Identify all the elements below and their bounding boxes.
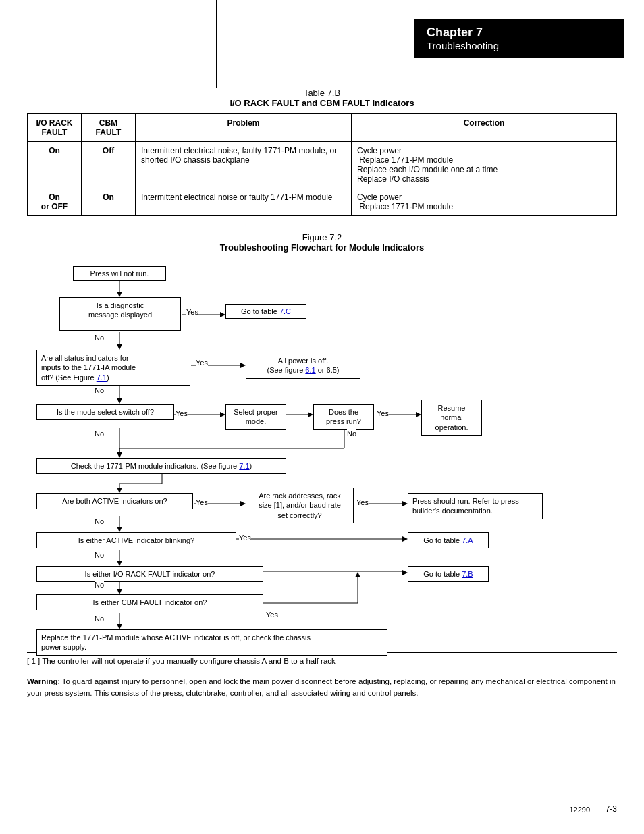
svg-marker-19 xyxy=(117,452,122,458)
row2-correction: Cycle power Replace 1771-PM module xyxy=(352,188,617,216)
svg-marker-26 xyxy=(240,501,246,506)
box-select-mode: Select propermode. xyxy=(225,404,286,430)
svg-marker-32 xyxy=(402,536,408,542)
figure-title-line1: Figure 7.2 xyxy=(27,232,617,242)
box-press-not-run: Press will not run. xyxy=(73,266,166,281)
label-no-diagnostic: No xyxy=(95,334,104,342)
box-diagnostic-q: Is a diagnosticmessage displayed xyxy=(59,297,181,331)
row1-cbm: Off xyxy=(82,142,136,188)
svg-marker-3 xyxy=(220,312,225,317)
fault-table: I/O RACKFAULT CBMFAULT Problem Correctio… xyxy=(27,113,617,216)
th-problem: Problem xyxy=(136,114,352,142)
chapter-number: Chapter 7 xyxy=(427,26,612,40)
figure-title: Figure 7.2 Troubleshooting Flowchart for… xyxy=(27,232,617,253)
box-go-7c: Go to table 7.C xyxy=(225,304,306,319)
row1-io: On xyxy=(28,142,82,188)
label-no-blinking: No xyxy=(95,551,104,559)
svg-marker-34 xyxy=(117,561,122,566)
table-row: Onor OFF On Intermittent electrical nois… xyxy=(28,188,617,216)
warning-label: Warning xyxy=(27,677,58,685)
svg-marker-15 xyxy=(416,412,421,417)
label-yes-status: Yes xyxy=(196,359,208,367)
row2-io: Onor OFF xyxy=(28,188,82,216)
box-resume-normal: Resumenormaloperation. xyxy=(421,400,482,436)
box-io-rack-fault-q: Is either I/O RACK FAULT indicator on? xyxy=(36,566,263,582)
label-yes-diagnostic: Yes xyxy=(186,308,198,316)
box-mode-switch-q: Is the mode select switch off? xyxy=(36,404,174,420)
svg-marker-30 xyxy=(117,527,122,532)
svg-marker-11 xyxy=(220,412,225,417)
th-io-rack: I/O RACKFAULT xyxy=(28,114,82,142)
table-title-line1: Table 7.B xyxy=(27,88,617,98)
label-yes-active-both: Yes xyxy=(196,498,208,506)
row1-problem: Intermittent electrical noise, faulty 17… xyxy=(136,142,352,188)
svg-marker-42 xyxy=(355,572,360,577)
label-yes-blinking: Yes xyxy=(239,533,251,542)
chapter-header: Chapter 7 Troubleshooting xyxy=(414,19,624,58)
box-cbm-fault-q: Is either CBM FAULT indicator on? xyxy=(36,594,263,610)
page-number: 7-3 xyxy=(606,804,617,814)
label-no-status: No xyxy=(95,386,104,394)
box-press-should-run: Press should run. Refer to pressbuilder'… xyxy=(408,493,543,519)
chapter-title: Troubleshooting xyxy=(427,40,612,51)
warning-text: Warning: To guard against injury to pers… xyxy=(27,676,617,700)
box-does-press-run: Does thepress run? xyxy=(313,404,374,430)
box-all-power-off: All power is off.(See figure 6.1 or 6.5) xyxy=(246,353,360,379)
svg-marker-39 xyxy=(402,570,408,575)
svg-marker-28 xyxy=(402,501,408,506)
svg-marker-36 xyxy=(117,589,122,594)
label-no-cbm: No xyxy=(95,615,104,623)
svg-marker-5 xyxy=(117,344,122,350)
svg-marker-9 xyxy=(117,398,122,404)
svg-marker-44 xyxy=(117,624,122,629)
row2-problem: Intermittent electrical noise or faulty … xyxy=(136,188,352,216)
box-go-7b: Go to table 7.B xyxy=(408,566,489,582)
table-title: Table 7.B I/O RACK FAULT and CBM FAULT I… xyxy=(27,88,617,108)
box-active-both-q: Are both ACTIVE indicators on? xyxy=(36,493,193,509)
doc-number: 12290 xyxy=(569,806,590,814)
label-yes-press-run: Yes xyxy=(377,409,389,417)
svg-marker-24 xyxy=(117,488,122,493)
label-yes-cbm: Yes xyxy=(266,610,278,619)
label-yes-rack: Yes xyxy=(356,498,369,506)
box-rack-addr-q: Are rack addresses, racksize [1], and/or… xyxy=(246,488,354,523)
th-cbm-fault: CBMFAULT xyxy=(82,114,136,142)
th-correction: Correction xyxy=(352,114,617,142)
row2-cbm: On xyxy=(82,188,136,216)
table-row: On Off Intermittent electrical noise, fa… xyxy=(28,142,617,188)
warning-content: : To guard against injury to personnel, … xyxy=(27,677,616,697)
label-no-active-both: No xyxy=(95,517,104,525)
flowchart: Press will not run. Is a diagnosticmessa… xyxy=(27,261,621,639)
figure-title-line2: Troubleshooting Flowchart for Module Ind… xyxy=(27,242,617,253)
box-active-blinking-q: Is either ACTIVE indicator blinking? xyxy=(36,532,236,548)
label-yes-mode: Yes xyxy=(176,409,188,417)
left-divider xyxy=(216,0,217,88)
row1-correction: Cycle power Replace 1771-PM moduleReplac… xyxy=(352,142,617,188)
box-replace-module: Replace the 1771-PM module whose ACTIVE … xyxy=(36,629,387,656)
table-title-line2: I/O RACK FAULT and CBM FAULT Indicators xyxy=(27,98,617,108)
label-no-press-run: No xyxy=(347,429,356,438)
svg-marker-13 xyxy=(308,412,313,417)
box-check-pm: Check the 1771-PM module indicators. (Se… xyxy=(36,458,286,474)
box-status-indicators-q: Are all status indicators forinputs to t… xyxy=(36,350,190,386)
box-go-7a: Go to table 7.A xyxy=(408,532,489,548)
label-no-io-rack: No xyxy=(95,581,104,589)
svg-marker-7 xyxy=(240,363,246,368)
svg-marker-1 xyxy=(117,292,122,297)
label-no-mode: No xyxy=(95,429,104,438)
